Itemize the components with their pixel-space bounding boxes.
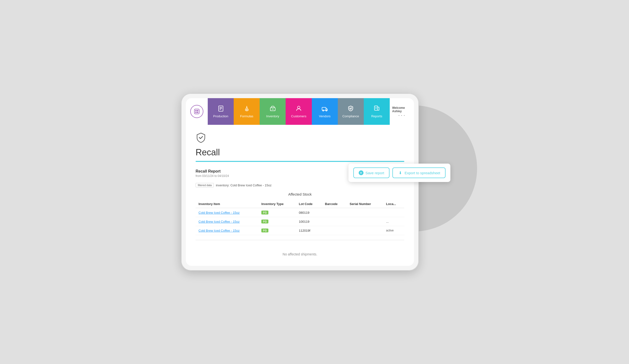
svg-point-12 bbox=[298, 106, 300, 108]
popup-download-icon: ⬇ bbox=[398, 170, 403, 175]
barcode-2 bbox=[322, 217, 347, 226]
col-serial-number: Serial Number bbox=[347, 200, 383, 208]
customers-icon bbox=[296, 105, 302, 113]
report-dates: from 03/11/24 to 04/10/24 bbox=[196, 174, 229, 178]
svg-rect-16 bbox=[374, 106, 378, 110]
nav-item-compliance[interactable]: Compliance bbox=[338, 98, 364, 125]
popup-save-label: Save report bbox=[365, 171, 384, 175]
divider-bar bbox=[196, 161, 404, 162]
navigation-bar: Production Formulas bbox=[186, 98, 414, 125]
svg-rect-0 bbox=[194, 109, 199, 114]
location-1 bbox=[383, 208, 404, 217]
svg-rect-17 bbox=[378, 107, 379, 110]
popup-plus-icon: + bbox=[359, 170, 363, 175]
filter-text: inventory: Cold Brew Iced Coffee - 15oz bbox=[216, 183, 272, 187]
nav-label-inventory: Inventory bbox=[266, 114, 279, 118]
report-title-block: Recall Report from 03/11/24 to 04/10/24 bbox=[196, 169, 229, 178]
type-badge-1: FG bbox=[261, 211, 268, 214]
tablet-screen: Production Formulas bbox=[186, 98, 414, 266]
nav-item-formulas[interactable]: Formulas bbox=[234, 98, 260, 125]
nav-label-production: Production bbox=[213, 114, 228, 118]
vendors-icon bbox=[321, 105, 328, 113]
nav-label-formulas: Formulas bbox=[240, 114, 253, 118]
svg-rect-1 bbox=[195, 110, 197, 111]
nav-label-customers: Customers bbox=[291, 114, 307, 118]
nav-item-customers[interactable]: Customers bbox=[286, 98, 312, 125]
nav-item-production[interactable]: Production bbox=[208, 98, 234, 125]
nav-item-inventory[interactable]: Inventory bbox=[260, 98, 286, 125]
col-lot-code: Lot Code bbox=[296, 200, 322, 208]
no-shipments-text: No affected shipments. bbox=[196, 245, 404, 259]
affected-stock-table: Inventory Item Inventory Type Lot Code B… bbox=[196, 200, 404, 235]
compliance-icon bbox=[347, 105, 354, 113]
filter-tag: filtered data inventory: Cold Brew Iced … bbox=[196, 183, 272, 187]
app-logo[interactable] bbox=[186, 98, 208, 125]
filter-badge: filtered data bbox=[196, 183, 214, 187]
nav-items: Production Formulas bbox=[208, 98, 390, 125]
svg-rect-3 bbox=[195, 112, 197, 113]
table-row: Cold Brew Iced Coffee - 15oz FG 100119 .… bbox=[196, 217, 404, 226]
recall-icon bbox=[196, 132, 404, 145]
svg-rect-2 bbox=[197, 110, 198, 111]
location-2: ... bbox=[383, 217, 404, 226]
nav-label-reports: Reports bbox=[371, 114, 382, 118]
nav-user: Welcome Ashley • • • bbox=[390, 98, 414, 125]
lot-code-2: 100119 bbox=[296, 217, 322, 226]
popup-export-label: Export to spreadsheet bbox=[405, 171, 440, 175]
inventory-icon bbox=[270, 105, 276, 113]
nav-label-vendors: Vendors bbox=[319, 114, 330, 118]
item-link-1[interactable]: Cold Brew Iced Coffee - 15oz bbox=[198, 211, 240, 214]
page-title: Recall bbox=[196, 147, 404, 158]
col-inventory-type: Inventory Type bbox=[258, 200, 296, 208]
logo-icon bbox=[190, 105, 203, 118]
welcome-text: Welcome Ashley bbox=[392, 106, 412, 113]
formulas-icon bbox=[244, 105, 250, 113]
svg-point-9 bbox=[246, 109, 247, 110]
table-row: Cold Brew Iced Coffee - 15oz FG 112019f … bbox=[196, 226, 404, 235]
report-title: Recall Report bbox=[196, 169, 229, 174]
item-link-3[interactable]: Cold Brew Iced Coffee - 15oz bbox=[198, 229, 240, 232]
nav-label-compliance: Compliance bbox=[342, 114, 359, 118]
barcode-1 bbox=[322, 208, 347, 217]
popup-export-button[interactable]: ⬇ Export to spreadsheet bbox=[392, 168, 446, 178]
col-inventory-item: Inventory Item bbox=[196, 200, 258, 208]
serial-3 bbox=[347, 226, 383, 235]
location-3: active bbox=[383, 226, 404, 235]
nav-item-reports[interactable]: Reports bbox=[364, 98, 390, 125]
nav-item-vendors[interactable]: Vendors bbox=[312, 98, 338, 125]
table-row: Cold Brew Iced Coffee - 15oz FG 080119 bbox=[196, 208, 404, 217]
col-barcode: Barcode bbox=[322, 200, 347, 208]
item-link-2[interactable]: Cold Brew Iced Coffee - 15oz bbox=[198, 220, 240, 223]
barcode-3 bbox=[322, 226, 347, 235]
action-popup: + Save report ⬇ Export to spreadsheet bbox=[348, 164, 450, 182]
main-content: Recall Recall Report from 03/11/24 to 04… bbox=[186, 125, 414, 266]
popup-save-button[interactable]: + Save report bbox=[353, 168, 390, 178]
user-menu-dots[interactable]: • • • bbox=[398, 114, 405, 117]
lot-code-3: 112019f bbox=[296, 226, 322, 235]
type-badge-3: FG bbox=[261, 229, 268, 232]
svg-rect-13 bbox=[322, 107, 326, 110]
type-badge-2: FG bbox=[261, 220, 268, 223]
reports-icon bbox=[373, 105, 380, 113]
col-location: Loca... bbox=[383, 200, 404, 208]
production-icon bbox=[218, 105, 224, 113]
section-divider bbox=[196, 240, 404, 240]
lot-code-1: 080119 bbox=[296, 208, 322, 217]
svg-rect-4 bbox=[197, 112, 198, 113]
section-title: Affected Stock bbox=[196, 192, 404, 196]
serial-2 bbox=[347, 217, 383, 226]
serial-1 bbox=[347, 208, 383, 217]
tablet-frame: Production Formulas bbox=[181, 93, 419, 271]
